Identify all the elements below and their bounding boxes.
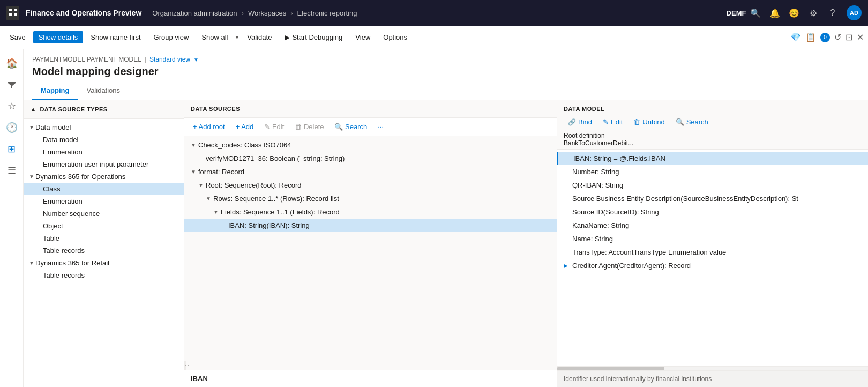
dst-item-d365-ops-group[interactable]: ▼ Dynamics 365 for Operations [24, 170, 184, 183]
dst-item-table[interactable]: Table [24, 232, 184, 244]
chevron-down-icon: ▼ [193, 57, 199, 63]
dm-item-kananame[interactable]: KanaName: String [557, 219, 868, 232]
dst-item-table-records-1[interactable]: Table records [24, 244, 184, 257]
dm-footer-text: Identifier used internationally by finan… [564, 375, 862, 383]
edit-dm-button[interactable]: ✎ Edit [598, 116, 627, 128]
dm-item-source-id[interactable]: Source ID(SourceID): String [557, 205, 868, 219]
show-details-button[interactable]: Show details [33, 31, 84, 43]
expand-icon: ▼ [28, 124, 35, 130]
smiley-icon[interactable]: 😊 [789, 8, 799, 18]
dst-item-object[interactable]: Object [24, 220, 184, 232]
show-name-first-button[interactable]: Show name first [85, 31, 146, 43]
ds-item-check-codes[interactable]: ▼ Check_codes: Class ISO7064 [184, 138, 557, 152]
ds-item-verify-mod[interactable]: verifyMOD1271_36: Boolean (_string: Stri… [184, 152, 557, 165]
sidebar-icon-clock[interactable]: 🕐 [2, 118, 21, 137]
help-icon[interactable]: ? [827, 8, 838, 18]
ds-item-iban[interactable]: IBAN: String(IBAN): String [184, 219, 557, 232]
tab-validations[interactable]: Validations [78, 82, 129, 100]
validate-button[interactable]: Validate [242, 31, 277, 43]
content-area: PAYMENTMODEL PAYMENT MODEL | Standard vi… [24, 49, 868, 387]
env-label: DEMF [731, 8, 742, 18]
dm-item-number[interactable]: Number: String [557, 165, 868, 178]
dm-horizontal-scrollbar[interactable] [557, 366, 868, 370]
breadcrumb-org[interactable]: Organization administration [152, 9, 237, 17]
search-dm-button[interactable]: 🔍 Search [671, 116, 713, 128]
bind-button[interactable]: 🔗 Bind [564, 116, 596, 128]
resize-handle[interactable]: ⋮ [184, 361, 186, 370]
toolbar-icon-2[interactable]: 📋 [805, 32, 816, 42]
sidebar-icon-filter[interactable] [2, 75, 21, 94]
dst-item-data-model-group[interactable]: ▼ Data model [24, 121, 184, 133]
show-all-chevron-icon: ▼ [234, 34, 240, 40]
dm-header: DATA MODEL 🔗 Bind ✎ Edit 🗑 Unbind [557, 100, 868, 150]
save-button[interactable]: Save [4, 31, 31, 43]
unbind-button[interactable]: 🗑 Unbind [629, 116, 669, 128]
add-button[interactable]: + Add [231, 121, 258, 132]
dm-item-name[interactable]: Name: String [557, 232, 868, 245]
dm-item-source-be-desc[interactable]: Source Business Entity Description(Sourc… [557, 192, 868, 205]
ds-item-rows[interactable]: ▼ Rows: Sequence 1..* (Rows): Record lis… [184, 192, 557, 205]
dst-item-d365-retail-group[interactable]: ▼ Dynamics 365 for Retail [24, 257, 184, 269]
more-button[interactable]: ··· [373, 121, 388, 132]
ds-header: DATA SOURCES [184, 100, 557, 118]
panel-data-sources: DATA SOURCES + Add root + Add ✎ Edit 🗑 D… [184, 100, 557, 387]
toolbar-icon-1[interactable]: 💎 [790, 32, 801, 42]
ds-item-root[interactable]: ▼ Root: Sequence(Root): Record [184, 178, 557, 192]
dm-title: DATA MODEL [564, 106, 862, 112]
dm-toolbar: 🔗 Bind ✎ Edit 🗑 Unbind 🔍 [564, 116, 862, 128]
tab-mapping[interactable]: Mapping [32, 82, 78, 100]
search-ds-button[interactable]: 🔍 Search [330, 121, 371, 132]
root-def-label: Root definition [564, 132, 605, 139]
show-all-dropdown[interactable]: Show all ▼ [196, 31, 240, 43]
ds-item-format[interactable]: ▼ format: Record [184, 165, 557, 178]
toolbar-close-icon[interactable]: ✕ [857, 32, 864, 42]
settings-icon[interactable]: ⚙ [808, 8, 819, 18]
breadcrumb-sep2: › [290, 9, 293, 17]
dm-item-transtype[interactable]: TransType: AccountTransType Enumeration … [557, 245, 868, 259]
toolbar-icon-4[interactable]: ⊡ [845, 32, 852, 42]
panel-data-source-types: ▲ DATA SOURCE TYPES ▼ Data model Data mo… [24, 100, 184, 387]
unbind-icon: 🗑 [633, 118, 640, 126]
dst-item-data-model[interactable]: Data model [24, 133, 184, 146]
root-def-value: BankToCustomerDebit... [564, 139, 633, 147]
ds-title: DATA SOURCES [191, 106, 240, 112]
app-grid-icon[interactable] [6, 6, 19, 20]
page-breadcrumb-view[interactable]: Standard view [149, 56, 190, 63]
bell-icon[interactable]: 🔔 [769, 8, 780, 18]
dm-item-iban[interactable]: IBAN: String = @.Fields.IBAN [557, 152, 868, 165]
edit-button[interactable]: ✎ Edit [260, 121, 288, 132]
dst-item-class[interactable]: Class [24, 183, 184, 195]
options-button[interactable]: Options [378, 31, 413, 43]
search-nav-icon[interactable]: 🔍 [750, 8, 761, 18]
bind-icon: 🔗 [568, 118, 576, 126]
dst-item-number-sequence[interactable]: Number sequence [24, 207, 184, 220]
sidebar-icon-list[interactable]: ☰ [2, 161, 21, 180]
dst-item-enumeration-1[interactable]: Enumeration [24, 146, 184, 158]
sidebar-icon-star[interactable]: ☆ [2, 96, 21, 116]
sidebar-icon-home[interactable]: 🏠 [2, 54, 21, 73]
dst-item-enum-user-input[interactable]: Enumeration user input parameter [24, 158, 184, 170]
top-navigation: Finance and Operations Preview Organizat… [0, 0, 868, 26]
dm-item-creditor-agent[interactable]: ▶ Creditor Agent(CreditorAgent): Record [557, 259, 868, 272]
show-all-button[interactable]: Show all [196, 31, 233, 43]
ds-item-fields[interactable]: ▼ Fields: Sequence 1..1 (Fields): Record [184, 205, 557, 219]
sidebar-icon-grid[interactable]: ⊞ [2, 139, 21, 159]
group-view-button[interactable]: Group view [148, 31, 194, 43]
app-title: Finance and Operations Preview [26, 9, 141, 17]
dst-expand-icon[interactable]: ▲ [30, 106, 36, 113]
delete-button[interactable]: 🗑 Delete [290, 121, 328, 132]
start-debugging-button[interactable]: ▶ Start Debugging [279, 31, 348, 43]
user-avatar[interactable]: AD [847, 5, 862, 20]
view-button[interactable]: View [350, 31, 376, 43]
page-title: Model mapping designer [32, 65, 859, 78]
dst-item-table-records-2[interactable]: Table records [24, 269, 184, 281]
breadcrumb-er[interactable]: Electronic reporting [297, 9, 357, 17]
page-breadcrumb: PAYMENTMODEL PAYMENT MODEL | Standard vi… [32, 56, 859, 63]
dm-item-qr-iban[interactable]: QR-IBAN: String [557, 178, 868, 192]
add-root-button[interactable]: + Add root [189, 121, 229, 132]
breadcrumb-workspaces[interactable]: Workspaces [248, 9, 286, 17]
three-panel-layout: ▲ DATA SOURCE TYPES ▼ Data model Data mo… [24, 100, 868, 387]
toolbar-icon-3[interactable]: ↺ [834, 32, 841, 42]
dst-item-enumeration-2[interactable]: Enumeration [24, 195, 184, 207]
svg-rect-1 [14, 9, 17, 11]
